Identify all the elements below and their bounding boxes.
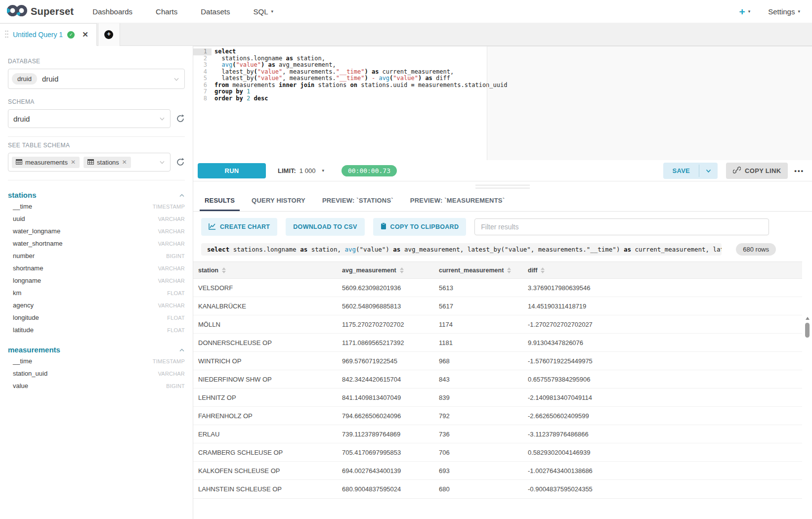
create-chart-button[interactable]: CREATE CHART xyxy=(201,218,277,236)
add-query-tab-button[interactable]: + xyxy=(98,23,120,46)
nav-item-datasets[interactable]: Datasets xyxy=(201,7,230,16)
results-tab-bar: RESULTSQUERY HISTORYPREVIEW: `STATIONS`P… xyxy=(193,191,812,212)
nav-right: + ▾ Settings ▾ xyxy=(739,6,800,17)
download-to-csv-button[interactable]: DOWNLOAD TO CSV xyxy=(286,218,364,236)
column-header-station[interactable]: station xyxy=(193,267,337,274)
schema-column-row: uuidVARCHAR xyxy=(8,214,185,224)
table-cell: 1171.0869565217392 xyxy=(337,339,434,346)
brand[interactable]: Superset xyxy=(7,4,74,19)
nav-item-sql[interactable]: SQL ▾ xyxy=(253,7,273,16)
line-code: avg("value") as avg_measurement, xyxy=(212,62,336,69)
schema-column-row: water_shortnameVARCHAR xyxy=(8,238,185,249)
table-cell: 680.9004837595024 xyxy=(337,485,434,493)
results-tab-query-history[interactable]: QUERY HISTORY xyxy=(247,191,310,211)
sqllab-sidebar: DATABASE druid druid SCHEMA druid xyxy=(0,46,193,519)
scrollbar-thumb[interactable] xyxy=(805,323,810,338)
schema-column-row: longitudeFLOAT xyxy=(8,312,185,323)
table-cell: FAHRENHOLZ OP xyxy=(193,412,337,420)
editor-line: 8order by 2 desc xyxy=(193,95,812,102)
results-tab-preview-stations[interactable]: PREVIEW: `STATIONS` xyxy=(317,191,398,211)
schema-select[interactable]: druid xyxy=(8,109,171,128)
save-options-button[interactable] xyxy=(699,163,718,179)
table-cell: 693 xyxy=(434,467,523,475)
more-options-button[interactable]: ••• xyxy=(794,167,804,174)
line-code: stations.longname as station, xyxy=(212,55,325,62)
table-cell: 794.6626506024096 xyxy=(337,412,434,420)
remove-chip-icon[interactable]: ✕ xyxy=(122,159,127,166)
table-schema-select[interactable]: measurements✕stations✕ xyxy=(8,153,171,172)
results-scrollbar[interactable] xyxy=(804,317,811,519)
limit-dropdown[interactable]: LIMIT: 1 000 ▾ xyxy=(278,167,324,174)
save-button[interactable]: SAVE xyxy=(663,163,699,179)
column-header-avg_measurement[interactable]: avg_measurement xyxy=(337,267,434,274)
chevron-up-icon[interactable] xyxy=(179,191,185,199)
database-select[interactable]: druid druid xyxy=(8,69,185,89)
table-cell: 792 xyxy=(434,412,523,420)
settings-menu-button[interactable]: Settings ▾ xyxy=(768,7,800,16)
line-number: 7 xyxy=(193,88,212,95)
superset-logo-icon xyxy=(7,4,27,19)
filter-results-input[interactable] xyxy=(474,218,769,235)
clipboard-icon xyxy=(381,222,386,231)
run-button[interactable]: RUN xyxy=(198,163,266,178)
column-header-current_measurement[interactable]: current_measurement xyxy=(434,267,523,274)
table-row: FAHRENHOLZ OP794.6626506024096792-2.6626… xyxy=(193,407,802,425)
editor-line: 3 avg("value") as avg_measurement, xyxy=(193,62,812,69)
see-table-schema-label: SEE TABLE SCHEMA xyxy=(8,142,185,149)
line-number: 6 xyxy=(193,82,212,89)
save-button-group: SAVE xyxy=(663,163,718,179)
editor-line: 2 stations.longname as station, xyxy=(193,55,812,62)
plus-circle-icon: + xyxy=(104,30,113,39)
schema-table-header[interactable]: measurements xyxy=(8,346,185,354)
table-cell: ERLAU xyxy=(193,431,337,438)
copy-to-clipboard-button[interactable]: COPY TO CLIPBOARD xyxy=(373,218,467,236)
table-cell: KANALBRÜCKE xyxy=(193,303,337,310)
table-cell: 839 xyxy=(434,394,523,401)
chevron-down-icon xyxy=(159,159,165,167)
results-tab-preview-measurements[interactable]: PREVIEW: `MEASUREMENTS` xyxy=(405,191,510,211)
table-cell: 5613 xyxy=(434,284,523,292)
schema-value: druid xyxy=(13,115,30,123)
query-tab-active[interactable]: Untitled Query 1 ✓ ✕ xyxy=(0,23,97,46)
close-icon[interactable]: ✕ xyxy=(82,30,88,39)
refresh-schema-icon[interactable] xyxy=(176,114,185,123)
line-number: 3 xyxy=(193,62,212,69)
table-chip: stations✕ xyxy=(84,157,131,168)
schema-column-row: __timeTIMESTAMP xyxy=(8,201,185,212)
column-header-label: avg_measurement xyxy=(342,267,396,274)
column-name: uuid xyxy=(13,215,25,222)
table-cell: -0.9004837595024355 xyxy=(523,485,802,493)
column-header-diff[interactable]: diff xyxy=(523,267,802,274)
schema-table-name: stations xyxy=(8,191,37,199)
schema-table-header[interactable]: stations xyxy=(8,191,185,199)
table-cell: -2.1409813407049114 xyxy=(523,394,802,401)
table-cell: 9.91304347826076 xyxy=(523,339,802,346)
table-cell: WINTRICH OP xyxy=(193,357,337,365)
panel-splitter[interactable] xyxy=(193,181,812,191)
table-cell: -2.662650602409599 xyxy=(523,412,802,420)
scroll-up-icon[interactable] xyxy=(806,317,810,320)
chevron-down-icon xyxy=(173,76,179,84)
schema-table-section: measurements__timeTIMESTAMPstation_uuidV… xyxy=(8,346,185,391)
nav-item-dashboards[interactable]: Dashboards xyxy=(92,7,132,16)
sort-icon xyxy=(400,267,404,273)
column-type: VARCHAR xyxy=(158,241,185,247)
column-type: TIMESTAMP xyxy=(153,204,185,210)
results-tab-results[interactable]: RESULTS xyxy=(200,191,240,211)
remove-chip-icon[interactable]: ✕ xyxy=(71,159,76,166)
table-cell: 5602.548096885813 xyxy=(337,303,434,310)
table-icon xyxy=(16,159,22,166)
new-menu-button[interactable]: + ▾ xyxy=(739,6,750,17)
nav-item-charts[interactable]: Charts xyxy=(156,7,177,16)
table-cell: CRAMBERG SCHLEUSE OP xyxy=(193,449,337,456)
refresh-tables-icon[interactable] xyxy=(176,158,185,167)
sql-editor[interactable]: 1select2 stations.longname as station,3 … xyxy=(193,46,812,160)
table-cell: 739.1123789764869 xyxy=(337,431,434,438)
table-row: NIEDERFINOW SHW OP842.34244206157048430.… xyxy=(193,370,802,389)
sidebar-divider xyxy=(8,180,185,180)
copy-link-button[interactable]: COPY LINK xyxy=(726,163,788,179)
chevron-up-icon[interactable] xyxy=(179,346,185,354)
schema-column-row: valueBIGINT xyxy=(8,381,185,391)
table-cell: 5609.623098201936 xyxy=(337,284,434,292)
table-cell: 1181 xyxy=(434,339,523,346)
